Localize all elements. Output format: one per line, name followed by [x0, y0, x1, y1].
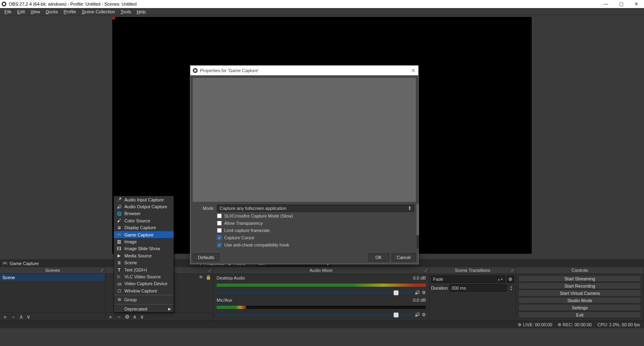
- mute-button[interactable]: 🔊: [415, 290, 420, 295]
- color-icon: [116, 218, 122, 223]
- menu-item-game-capture[interactable]: Game Capture: [114, 231, 173, 238]
- checkbox-row[interactable]: ✓Use anti-cheat compatibility hook: [194, 241, 414, 249]
- close-button[interactable]: ✕: [629, 0, 644, 8]
- menu-item-audio-input-capture[interactable]: Audio Input Capture: [114, 196, 173, 203]
- docks-row: Scenes⤢ Scene ＋ － ∧ ∨ ⤢ 👁 🔒 ＋ － ⚙ ∧ ∨: [0, 267, 644, 321]
- add-scene-button[interactable]: ＋: [2, 313, 8, 321]
- selection-handle[interactable]: [112, 17, 115, 19]
- menu-item-vlc-video-source[interactable]: VLC Video Source: [114, 273, 173, 280]
- maximize-button[interactable]: ▢: [613, 0, 629, 8]
- menu-item-scene[interactable]: Scene: [114, 259, 173, 266]
- defaults-button[interactable]: Defaults: [193, 253, 219, 261]
- checkbox-label: Allow Transparency: [224, 221, 263, 226]
- menu-item-deprecated[interactable]: Deprecated▶: [114, 305, 173, 312]
- dock-detach-icon[interactable]: ⤢: [424, 268, 427, 273]
- checkbox[interactable]: [217, 228, 222, 233]
- win-icon: [116, 288, 122, 293]
- ok-button[interactable]: OK: [368, 253, 389, 261]
- checkbox[interactable]: [217, 213, 222, 218]
- checkbox[interactable]: ✓: [217, 242, 222, 247]
- source-settings-button[interactable]: ⚙: [125, 314, 130, 320]
- volume-slider[interactable]: [217, 292, 412, 294]
- dialog-scrollbar[interactable]: [417, 204, 419, 249]
- menu-item-audio-output-capture[interactable]: Audio Output Capture: [114, 203, 173, 210]
- checkbox-label: Limit capture framerate: [224, 228, 270, 233]
- menu-edit[interactable]: Edit: [14, 9, 28, 14]
- menu-bar: FileEditViewDocksProfileScene Collection…: [0, 8, 644, 15]
- spinner-icon: ▲▼: [497, 278, 503, 281]
- menu-item-image[interactable]: Image: [114, 238, 173, 245]
- menu-tools[interactable]: Tools: [118, 9, 134, 14]
- menu-view[interactable]: View: [28, 9, 43, 14]
- checkbox[interactable]: ✓: [217, 235, 222, 240]
- menu-item-display-capture[interactable]: Display Capture: [114, 224, 173, 231]
- transition-settings-button[interactable]: ⚙: [507, 276, 514, 283]
- remove-scene-button[interactable]: －: [11, 313, 16, 321]
- cancel-button[interactable]: Cancel: [392, 253, 416, 261]
- menu-item-group[interactable]: Group: [114, 296, 173, 303]
- mixer-title: Audio Mixer: [310, 268, 333, 273]
- dialog-title: Properties for 'Game Capture': [200, 68, 258, 73]
- spk-icon: [116, 205, 122, 209]
- settings-button[interactable]: Settings: [518, 304, 641, 311]
- menu-help[interactable]: Help: [134, 9, 149, 14]
- audio-channel: Desktop Audio0.0 dB-60-55-50-45-40-35-30…: [217, 276, 426, 295]
- dialog-titlebar[interactable]: Properties for 'Game Capture' ✕: [190, 66, 418, 75]
- scene-icon: [116, 261, 122, 265]
- studio-mode-button[interactable]: Studio Mode: [518, 297, 641, 304]
- checkbox-row[interactable]: Limit capture framerate: [194, 227, 414, 234]
- scene-item[interactable]: Scene: [0, 274, 105, 281]
- controls-dock: Controls Start StreamingStart RecordingS…: [516, 267, 644, 321]
- exit-button[interactable]: Exit: [518, 311, 641, 318]
- start-recording-button[interactable]: Start Recording: [518, 282, 641, 289]
- start-virtual-camera-button[interactable]: Start Virtual Camera: [518, 290, 641, 296]
- source-visibility-icon[interactable]: 👁: [199, 275, 203, 280]
- menu-item-image-slide-show[interactable]: Image Slide Show: [114, 245, 173, 252]
- menu-file[interactable]: File: [2, 9, 14, 14]
- checkbox-row[interactable]: SLI/Crossfire Capture Mode (Slow): [194, 212, 414, 220]
- menu-item-video-capture-device[interactable]: Video Capture Device: [114, 280, 173, 287]
- menu-scene-collection[interactable]: Scene Collection: [79, 9, 118, 14]
- menu-docks[interactable]: Docks: [43, 9, 61, 14]
- source-down-button[interactable]: ∨: [140, 314, 144, 320]
- controls-title: Controls: [572, 268, 588, 273]
- dock-detach-icon[interactable]: ⤢: [511, 268, 514, 273]
- dialog-close-button[interactable]: ✕: [411, 67, 416, 74]
- channel-settings-button[interactable]: ⚙: [422, 290, 426, 295]
- source-up-button[interactable]: ∧: [133, 314, 137, 320]
- duration-spinner[interactable]: ▲▼: [508, 285, 514, 291]
- duration-label: Duration: [431, 286, 448, 290]
- live-status: LIVE: 00:00:00: [523, 322, 552, 327]
- menu-item-browser[interactable]: Browser: [114, 210, 173, 217]
- transition-select[interactable]: Fade ▲▼: [431, 276, 505, 283]
- channel-settings-button[interactable]: ⚙: [422, 312, 426, 317]
- mute-button[interactable]: 🔊: [415, 312, 420, 317]
- selected-source-name: Game Capture: [10, 261, 39, 266]
- add-source-button[interactable]: ＋: [108, 313, 113, 321]
- globe-icon: [116, 211, 122, 216]
- media-icon: [116, 253, 122, 258]
- menu-item-text-gdi-[interactable]: Text (GDI+): [114, 266, 173, 273]
- volume-slider[interactable]: [217, 314, 412, 316]
- checkbox-row[interactable]: ✓Capture Cursor: [194, 234, 414, 241]
- scene-down-button[interactable]: ∨: [27, 314, 31, 320]
- start-streaming-button[interactable]: Start Streaming: [518, 275, 641, 282]
- dock-detach-icon[interactable]: ⤢: [100, 268, 103, 273]
- checkbox-label: Capture Cursor: [224, 235, 254, 240]
- menu-item-color-source[interactable]: Color Source: [114, 217, 173, 224]
- game-icon: [116, 232, 122, 237]
- menu-item-media-source[interactable]: Media Source: [114, 252, 173, 259]
- checkbox-row[interactable]: Allow Transparency: [194, 220, 414, 227]
- minimize-button[interactable]: —: [598, 0, 613, 8]
- menu-profile[interactable]: Profile: [61, 9, 79, 14]
- checkbox[interactable]: [217, 221, 222, 226]
- remove-source-button[interactable]: －: [116, 313, 122, 321]
- mode-select[interactable]: Capture any fullscreen application ▲▼: [217, 205, 414, 212]
- dock-detach-icon[interactable]: ⤢: [208, 268, 211, 273]
- source-lock-icon[interactable]: 🔒: [206, 275, 211, 280]
- menu-item-window-capture[interactable]: Window Capture: [114, 287, 173, 294]
- checkbox-label: Use anti-cheat compatibility hook: [224, 242, 289, 247]
- status-bar: LIVE: 00:00:00 REC: 00:00:00 CPU: 2.0%, …: [0, 321, 644, 328]
- scene-up-button[interactable]: ∧: [19, 314, 23, 320]
- duration-input[interactable]: 300 ms: [450, 284, 507, 292]
